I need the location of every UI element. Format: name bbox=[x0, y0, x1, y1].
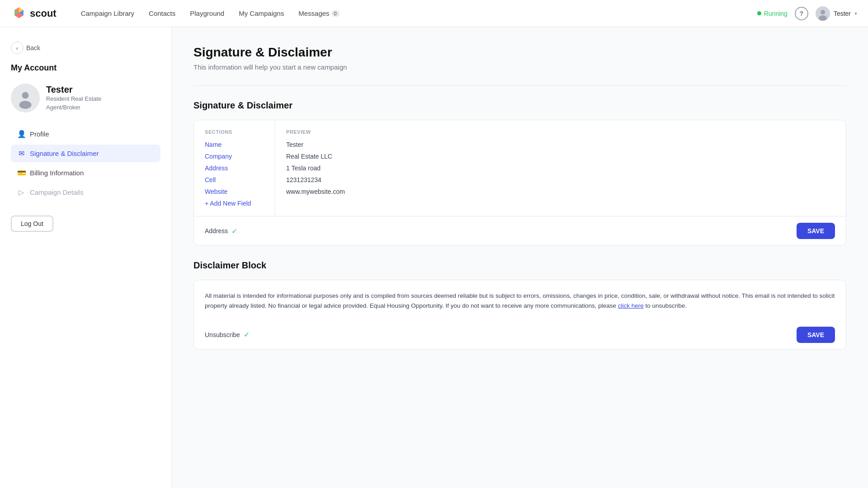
svg-point-9 bbox=[22, 92, 29, 99]
sidebar-item-profile-label: Profile bbox=[30, 130, 49, 138]
footer-address-label: Address bbox=[205, 227, 228, 235]
signature-save-button[interactable]: SAVE bbox=[797, 223, 835, 239]
profile-info: Tester Resident Real Estate Agent/Broker bbox=[46, 84, 101, 111]
disclaimer-spacer bbox=[194, 315, 846, 320]
preview-cell: 1231231234 bbox=[286, 176, 835, 183]
unsubscribe-status: Unsubscribe ✓ bbox=[205, 330, 250, 339]
add-field-button[interactable]: + Add New Field bbox=[205, 200, 264, 207]
signature-section-title: Signature & Disclaimer bbox=[193, 100, 846, 111]
user-name: Tester bbox=[834, 10, 851, 17]
nav-right: Running ? Tester ▾ bbox=[757, 6, 857, 21]
field-company[interactable]: Company bbox=[205, 153, 264, 160]
field-address[interactable]: Address bbox=[205, 164, 264, 172]
user-avatar bbox=[816, 6, 830, 21]
account-title: My Account bbox=[11, 63, 160, 73]
preview-name: Tester bbox=[286, 141, 835, 148]
preview-website: www.mywebsite.com bbox=[286, 188, 835, 195]
nav-messages[interactable]: Messages 0 bbox=[292, 6, 346, 21]
back-icon: ‹ bbox=[11, 42, 24, 54]
profile-role: Resident Real Estate Agent/Broker bbox=[46, 95, 101, 111]
disclaimer-text-before-link: All material is intended for information… bbox=[205, 292, 835, 309]
profile-photo bbox=[11, 84, 40, 113]
sections-header: SECTIONS bbox=[205, 129, 264, 135]
signature-card: SECTIONS Name Company Address Cell Websi… bbox=[193, 120, 846, 246]
preview-address: 1 Tesla road bbox=[286, 164, 835, 172]
disclaimer-section-title: Disclaimer Block bbox=[193, 260, 846, 271]
signature-card-footer: Address ✓ SAVE bbox=[194, 216, 846, 245]
sidebar-item-campaign-details: ▷ Campaign Details bbox=[11, 183, 160, 201]
nav-my-campaigns[interactable]: My Campaigns bbox=[232, 6, 290, 21]
disclaimer-text: All material is intended for information… bbox=[194, 280, 846, 315]
sidebar-nav: 👤 Profile ✉ Signature & Disclaimer 💳 Bil… bbox=[11, 125, 160, 201]
field-name[interactable]: Name bbox=[205, 141, 264, 148]
back-button[interactable]: ‹ Back bbox=[11, 42, 160, 54]
logo-text: scout bbox=[30, 8, 57, 19]
signature-table: SECTIONS Name Company Address Cell Websi… bbox=[194, 120, 846, 216]
footer-unsubscribe-label: Unsubscribe bbox=[205, 331, 240, 338]
user-menu[interactable]: Tester ▾ bbox=[816, 6, 857, 21]
disclaimer-text-after-link: to unsubscribe. bbox=[644, 302, 687, 309]
address-status: Address ✓ bbox=[205, 227, 237, 235]
profile-name: Tester bbox=[46, 84, 101, 95]
page-layout: ‹ Back My Account Tester Resident Real E… bbox=[0, 27, 868, 488]
status-indicator: Running bbox=[757, 10, 788, 17]
logo-icon bbox=[11, 5, 27, 22]
sidebar-item-signature-label: Signature & Disclaimer bbox=[30, 150, 99, 157]
logo[interactable]: scout bbox=[11, 5, 57, 22]
page-subtitle: This information will help you start a n… bbox=[193, 63, 846, 71]
back-label: Back bbox=[26, 44, 40, 52]
top-navigation: scout Campaign Library Contacts Playgrou… bbox=[0, 0, 868, 27]
svg-point-7 bbox=[819, 15, 827, 21]
field-website[interactable]: Website bbox=[205, 188, 264, 195]
sidebar-item-billing[interactable]: 💳 Billing Information bbox=[11, 164, 160, 182]
disclaimer-save-button[interactable]: SAVE bbox=[797, 327, 835, 343]
messages-badge: 0 bbox=[331, 10, 340, 17]
arrow-icon: ▷ bbox=[17, 188, 25, 197]
nav-playground[interactable]: Playground bbox=[184, 6, 231, 21]
logout-button[interactable]: Log Out bbox=[11, 216, 53, 232]
user-menu-chevron: ▾ bbox=[854, 10, 857, 17]
sidebar-item-profile[interactable]: 👤 Profile bbox=[11, 125, 160, 143]
preview-header: PREVIEW bbox=[286, 129, 835, 135]
help-button[interactable]: ? bbox=[795, 7, 808, 20]
disclaimer-card-footer: Unsubscribe ✓ SAVE bbox=[194, 320, 846, 349]
preview-company: Real Estate LLC bbox=[286, 153, 835, 160]
address-check-icon: ✓ bbox=[231, 227, 237, 235]
sections-column: SECTIONS Name Company Address Cell Websi… bbox=[194, 120, 275, 216]
preview-column: PREVIEW Tester Real Estate LLC 1 Tesla r… bbox=[275, 120, 846, 216]
status-dot bbox=[757, 11, 761, 15]
disclaimer-card: All material is intended for information… bbox=[193, 280, 846, 350]
main-content: Signature & Disclaimer This information … bbox=[172, 27, 868, 488]
sidebar-item-signature[interactable]: ✉ Signature & Disclaimer bbox=[11, 145, 160, 162]
field-cell[interactable]: Cell bbox=[205, 176, 264, 183]
unsubscribe-check-icon: ✓ bbox=[244, 330, 250, 339]
card-icon: 💳 bbox=[17, 169, 25, 177]
profile-card: Tester Resident Real Estate Agent/Broker bbox=[11, 84, 160, 113]
sidebar: ‹ Back My Account Tester Resident Real E… bbox=[0, 27, 172, 488]
sidebar-item-billing-label: Billing Information bbox=[30, 169, 84, 177]
svg-point-10 bbox=[19, 101, 32, 109]
nav-contacts[interactable]: Contacts bbox=[142, 6, 182, 21]
disclaimer-link[interactable]: click here bbox=[618, 302, 644, 309]
nav-links: Campaign Library Contacts Playground My … bbox=[75, 6, 757, 21]
divider bbox=[193, 85, 846, 86]
nav-campaign-library[interactable]: Campaign Library bbox=[75, 6, 141, 21]
status-label: Running bbox=[764, 10, 788, 17]
person-icon: 👤 bbox=[17, 130, 25, 138]
email-icon: ✉ bbox=[17, 149, 25, 158]
sidebar-item-campaign-details-label: Campaign Details bbox=[30, 188, 83, 196]
svg-point-6 bbox=[821, 10, 825, 14]
page-title: Signature & Disclaimer bbox=[193, 45, 846, 60]
